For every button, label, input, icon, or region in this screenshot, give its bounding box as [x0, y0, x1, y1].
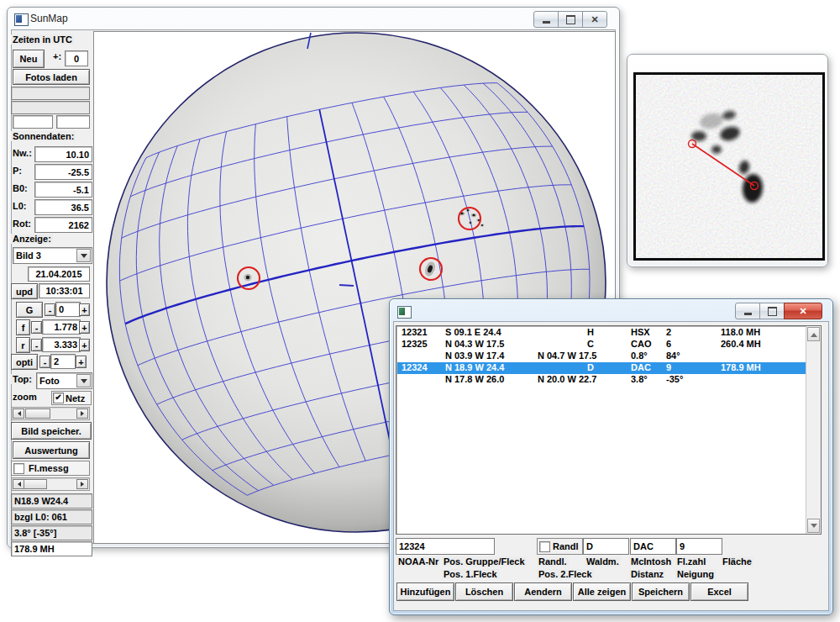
table-row[interactable]: 12324N 18.9 W 24.4DDAC9178.9 MH — [397, 362, 806, 374]
table-cell: CAO — [631, 339, 651, 349]
top-dropdown[interactable]: Foto — [36, 372, 92, 389]
scroll-right-icon[interactable] — [76, 479, 88, 489]
listbox-scrollbar[interactable] — [806, 326, 821, 534]
netz-checkbox-group[interactable]: ✔ Netz — [51, 391, 92, 405]
g-minus-button[interactable]: - — [45, 303, 55, 316]
action-button-hinzufgen[interactable]: Hinzufügen — [396, 582, 454, 601]
photo-field-1[interactable] — [11, 87, 90, 100]
column-label: NOAA-Nr — [396, 556, 440, 567]
table-cell: N 20.0 W 22.7 — [538, 374, 596, 384]
maximize-button[interactable] — [558, 11, 583, 28]
small-field-left[interactable] — [13, 115, 53, 129]
action-button-lschen[interactable]: Löschen — [455, 582, 513, 601]
plus-offset-label: +: — [51, 51, 63, 61]
small-field-right[interactable] — [56, 115, 90, 129]
table-row[interactable]: N 03.9 W 17.4N 04.7 W 17.50.8°84° — [397, 351, 806, 362]
opti-minus-button[interactable]: - — [39, 356, 50, 368]
photo-field-2[interactable] — [11, 101, 90, 114]
flmessg-scrollbar[interactable] — [11, 477, 90, 491]
upd-button[interactable]: upd — [11, 283, 38, 299]
table-cell: 118.0 MH — [721, 327, 760, 337]
opti-field[interactable]: 2 — [50, 354, 76, 369]
chevron-down-icon[interactable] — [76, 249, 91, 262]
chevron-down-icon[interactable] — [76, 374, 91, 387]
randl-label: Randl — [553, 541, 579, 551]
table-cell: N 17.8 W 26.0 — [445, 374, 504, 384]
scroll-left-icon[interactable] — [13, 409, 24, 419]
scroll-left-icon[interactable] — [13, 479, 24, 489]
sunspot-table-window: ✕ 12321S 09.1 E 24.4HHSX2118.0 MH12325N … — [389, 298, 833, 615]
bild-dropdown[interactable]: Bild 3 — [13, 247, 92, 264]
zoom-window — [627, 54, 828, 267]
p-field[interactable]: -25.5 — [34, 164, 92, 180]
action-button-excel[interactable]: Excel — [690, 582, 748, 601]
maximize-button[interactable] — [759, 303, 785, 319]
sunspot-listbox[interactable]: 12321S 09.1 E 24.4HHSX2118.0 MH12325N 04… — [396, 325, 822, 535]
nw-field[interactable]: 10.10 — [34, 146, 92, 162]
column-label: Fläche — [721, 556, 753, 567]
action-button-allezeigen[interactable]: Alle zeigen — [573, 582, 631, 601]
flmessg-scroll-thumb[interactable] — [24, 479, 47, 489]
randl-checkbox[interactable] — [539, 541, 550, 552]
action-button-aendern[interactable]: Aendern — [514, 582, 572, 601]
zoom-scroll-thumb[interactable] — [25, 409, 50, 419]
close-button[interactable]: ✕ — [784, 303, 822, 319]
scroll-down-icon[interactable] — [807, 519, 820, 533]
p-label: P: — [11, 166, 24, 176]
f-minus-button[interactable]: - — [31, 321, 42, 334]
r-plus-button[interactable]: + — [79, 339, 90, 351]
table-row[interactable]: N 17.8 W 26.0N 20.0 W 22.73.8°-35° — [397, 374, 806, 386]
b0-label: B0: — [11, 183, 29, 193]
flmessg-checkbox[interactable] — [13, 463, 24, 474]
time-field[interactable]: 10:33:01 — [39, 283, 90, 298]
mcintosh-input[interactable]: DAC — [630, 538, 676, 555]
table-row[interactable]: 12321S 09.1 E 24.4HHSX2118.0 MH — [397, 327, 806, 339]
date-field[interactable]: 21.04.2015 — [28, 266, 90, 282]
g-plus-button[interactable]: + — [79, 303, 90, 316]
listbox-rows: 12321S 09.1 E 24.4HHSX2118.0 MH12325N 04… — [397, 327, 806, 533]
r-field[interactable]: 3.333 — [42, 337, 81, 352]
flzahl-input[interactable]: 9 — [676, 538, 722, 555]
randl-checkbox-group[interactable]: Randl — [537, 538, 583, 555]
flmessg-label: Fl.messg — [29, 463, 69, 473]
plus-offset-input[interactable]: 0 — [65, 50, 88, 66]
neu-button[interactable]: Neu — [13, 50, 45, 68]
l0-field[interactable]: 36.5 — [34, 199, 92, 215]
g-field[interactable]: 0 — [55, 302, 81, 317]
top-label: Top: — [11, 374, 34, 384]
b0-field[interactable]: -5.1 — [34, 182, 92, 198]
table-cell: 6 — [666, 339, 671, 349]
rot-field[interactable]: 2162 — [34, 217, 92, 233]
table-cell: 9 — [666, 362, 671, 372]
g-button[interactable]: G — [16, 302, 43, 318]
table-cell: -35° — [666, 374, 683, 384]
sidebar: Zeiten in UTC Neu +: 0 Fotos laden Sonne… — [11, 31, 92, 544]
opti-button[interactable]: opti — [11, 354, 38, 370]
r-button[interactable]: r — [16, 337, 30, 353]
f-plus-button[interactable]: + — [79, 321, 90, 334]
waldm-input[interactable]: D — [583, 538, 629, 555]
scroll-up-icon[interactable] — [807, 327, 820, 341]
auswertung-button[interactable]: Auswertung — [13, 441, 90, 459]
table-cell: N 04.7 W 17.5 — [538, 351, 596, 361]
table-row[interactable]: 12325N 04.3 W 17.5CCAO6260.4 MH — [397, 339, 806, 351]
zoom-scrollbar[interactable] — [11, 407, 90, 420]
flmessg-checkbox-group[interactable]: Fl.messg — [11, 461, 90, 476]
netz-checkbox[interactable]: ✔ — [53, 393, 64, 403]
scroll-right-icon[interactable] — [76, 409, 88, 419]
zoom-noise-bg — [636, 75, 822, 258]
sunspot-zoom-image[interactable] — [633, 72, 825, 261]
area-field: 178.9 MH — [11, 541, 92, 556]
nw-label: Nw.: — [11, 148, 34, 158]
r-minus-button[interactable]: - — [31, 339, 42, 351]
noaa-input[interactable]: 12324 — [396, 538, 495, 555]
opti-plus-button[interactable]: + — [76, 356, 87, 368]
bild-speicher-button[interactable]: Bild speicher. — [11, 422, 92, 440]
f-button[interactable]: f — [16, 319, 30, 335]
action-button-speichern[interactable]: Speichern — [632, 582, 690, 601]
minimize-button[interactable] — [533, 11, 559, 28]
fotos-laden-button[interactable]: Fotos laden — [13, 69, 90, 85]
f-field[interactable]: 1.778 — [42, 319, 81, 335]
close-button[interactable]: ✕ — [582, 11, 607, 28]
minimize-button[interactable] — [735, 303, 760, 319]
